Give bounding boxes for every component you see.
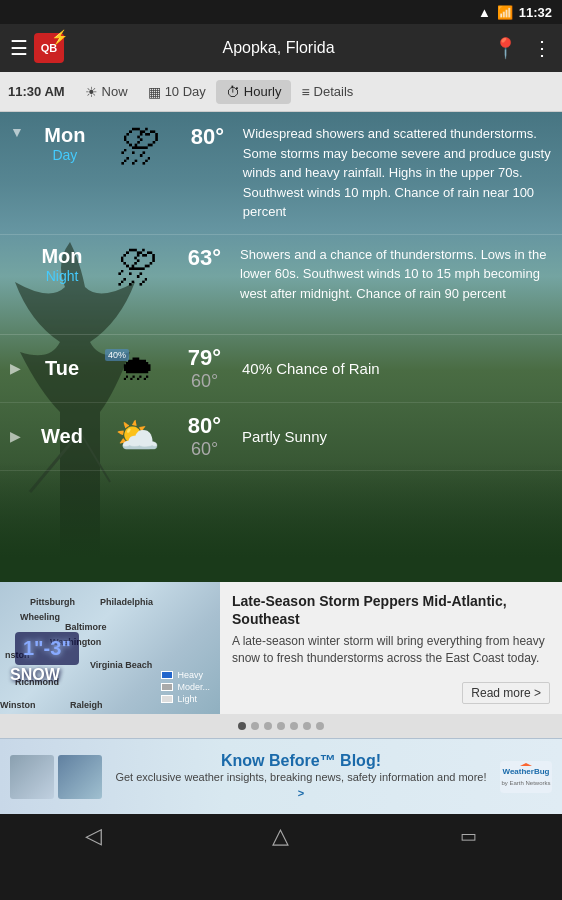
news-content: Late-Season Storm Peppers Mid-Atlantic, … (220, 582, 562, 714)
news-section: Pittsburgh Philadelphia Wheeling Baltimo… (0, 582, 562, 714)
map-city-label: Winston (0, 700, 35, 710)
hamburger-menu-icon[interactable]: ☰ (10, 36, 28, 60)
legend-heavy: Heavy (177, 670, 203, 680)
weather-icon-wed: ⛅ (97, 415, 177, 457)
recents-button[interactable]: ▭ (460, 825, 477, 847)
chance-label-tue: 40% Chance of Rain (232, 360, 552, 377)
chevron-right-icon-tue: ▶ (10, 360, 21, 376)
status-bar: ▲ 📶 11:32 (0, 0, 562, 24)
day-row-wed[interactable]: ▶ Wed ⛅ 80° 60° Partly Sunny (0, 403, 562, 471)
status-time: 11:32 (519, 5, 552, 20)
tab-now[interactable]: ☀ Now (75, 80, 138, 104)
chance-label-wed: Partly Sunny (232, 428, 552, 445)
calendar-icon: ▦ (148, 84, 161, 100)
temp-wed: 80° 60° (177, 413, 232, 460)
weather-icon-tue: 🌧 40% (97, 347, 177, 389)
day-row-mon-day[interactable]: ▼ Mon Day ⛈ 80° Widespread showers and s… (0, 112, 562, 235)
title-bar: ☰ QB ⚡ Apopka, Florida 📍 ⋮ (0, 24, 562, 72)
news-title: Late-Season Storm Peppers Mid-Atlantic, … (232, 592, 550, 628)
desc-mon-night: Showers and a chance of thunderstorms. L… (232, 245, 552, 304)
read-more-button[interactable]: Read more > (462, 682, 550, 704)
bottom-nav-bar: ◁ △ ▭ (0, 814, 562, 858)
svg-text:WeatherBug: WeatherBug (503, 767, 550, 776)
back-button[interactable]: ◁ (85, 823, 102, 849)
news-map: Pittsburgh Philadelphia Wheeling Baltimo… (0, 582, 220, 714)
tab-hourly[interactable]: ⏱ Hourly (216, 80, 292, 104)
tab-current-time: 11:30 AM (8, 84, 65, 99)
map-city-label: Philadelphia (100, 597, 153, 607)
signal-icon: 📶 (497, 5, 513, 20)
temp-mon-day: 80° (180, 124, 235, 150)
map-legend: Heavy Moder... Light (161, 670, 210, 704)
svg-text:by Earth Networks: by Earth Networks (501, 780, 550, 786)
day-label-mon-night: Mon Night (27, 245, 97, 284)
news-read-more-area: Read more > (232, 682, 550, 704)
map-city-label: Wheeling (20, 612, 60, 622)
ad-banner[interactable]: Know Before™ Blog! Get exclusive weather… (0, 738, 562, 814)
legend-moderate: Moder... (177, 682, 210, 692)
list-icon: ≡ (301, 84, 309, 100)
map-city-label: Raleigh (70, 700, 103, 710)
ad-text-area: Know Before™ Blog! Get exclusive weather… (112, 752, 490, 801)
day-row-mon-night[interactable]: ▶ Mon Night ⛈ 63° Showers and a chance o… (0, 235, 562, 335)
legend-light: Light (177, 694, 197, 704)
dot-6[interactable] (303, 722, 311, 730)
tab-bar: 11:30 AM ☀ Now ▦ 10 Day ⏱ Hourly ≡ Detai… (0, 72, 562, 112)
map-city-label: Baltimore (65, 622, 107, 632)
ad-thumb-2 (58, 755, 102, 799)
location-title: Apopka, Florida (64, 39, 493, 57)
dot-3[interactable] (264, 722, 272, 730)
news-body: A late-season winter storm will bring ev… (232, 633, 550, 677)
home-button[interactable]: △ (272, 823, 289, 849)
ad-thumbnails (10, 755, 102, 799)
weather-icon-mon-day: ⛈ (100, 124, 180, 172)
dot-2[interactable] (251, 722, 259, 730)
temp-tue: 79° 60° (177, 345, 232, 392)
lightning-icon: ⚡ (51, 29, 68, 45)
dot-7[interactable] (316, 722, 324, 730)
app-logo: QB ⚡ (34, 33, 64, 63)
sun-icon: ☀ (85, 84, 98, 100)
ad-arrow-icon: > (298, 787, 304, 799)
ad-logo: WeatherBug by Earth Networks (500, 761, 552, 793)
tab-now-label: Now (102, 84, 128, 99)
chevron-right-icon-wed: ▶ (10, 428, 21, 444)
day-label-mon-day: Mon Day (30, 124, 100, 163)
rain-percent-tue: 40% (105, 349, 129, 361)
tab-details-label: Details (314, 84, 354, 99)
chevron-down-icon: ▼ (10, 124, 24, 140)
dot-5[interactable] (290, 722, 298, 730)
day-label-wed: Wed (27, 425, 97, 448)
snow-amount: 1"-3" (23, 637, 71, 660)
clock-icon: ⏱ (226, 84, 240, 100)
map-city-label: Virginia Beach (90, 660, 152, 670)
day-label-tue: Tue (27, 357, 97, 380)
dot-4[interactable] (277, 722, 285, 730)
dots-indicator-bar (0, 714, 562, 738)
wifi-icon: ▲ (478, 5, 491, 20)
location-pin-icon[interactable]: 📍 (493, 36, 518, 60)
tab-hourly-label: Hourly (244, 84, 282, 99)
ad-thumb-1 (10, 755, 54, 799)
tab-details[interactable]: ≡ Details (291, 80, 363, 104)
dot-1[interactable] (238, 722, 246, 730)
weather-main: ▼ Mon Day ⛈ 80° Widespread showers and s… (0, 112, 562, 582)
tab-10day-label: 10 Day (165, 84, 206, 99)
tab-10day[interactable]: ▦ 10 Day (138, 80, 216, 104)
desc-mon-day: Widespread showers and scattered thunder… (235, 124, 552, 222)
weather-icon-mon-night: ⛈ (97, 245, 177, 293)
map-city-label: Pittsburgh (30, 597, 75, 607)
snow-label: SNOW (10, 666, 60, 684)
ad-title: Know Before™ Blog! (112, 752, 490, 770)
ad-subtitle: Get exclusive weather insights, breaking… (112, 770, 490, 801)
more-options-icon[interactable]: ⋮ (532, 36, 552, 60)
day-row-tue[interactable]: ▶ Tue 🌧 40% 79° 60° 40% Chance of Rain (0, 335, 562, 403)
temp-mon-night: 63° (177, 245, 232, 271)
